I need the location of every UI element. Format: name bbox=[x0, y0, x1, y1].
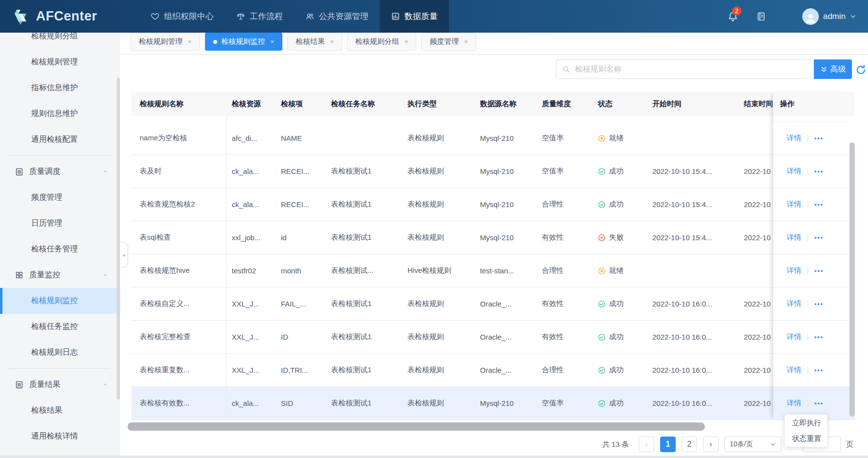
cell-task: 表检核测试1 bbox=[326, 200, 403, 209]
more-actions-button[interactable]: ••• bbox=[814, 267, 824, 274]
sidebar-item-检核规则管理[interactable]: 检核规则管理 bbox=[0, 49, 120, 75]
detail-link[interactable]: 详情 bbox=[787, 266, 801, 275]
sidebar-item-日历管理[interactable]: 日历管理 bbox=[0, 210, 120, 236]
tab-label: 检核规则分组 bbox=[355, 37, 399, 46]
cell-dimension: 合理性 bbox=[537, 365, 593, 375]
refresh-icon[interactable] bbox=[855, 64, 867, 76]
tab-检核结果[interactable]: 检核结果× bbox=[287, 33, 342, 51]
tab-close-icon[interactable]: × bbox=[330, 38, 334, 45]
sidebar-item-质量监控[interactable]: 质量监控 bbox=[0, 262, 120, 288]
nav-item-数据质量[interactable]: 数据质量 bbox=[380, 0, 449, 33]
notifications-button[interactable]: 2 bbox=[727, 11, 739, 22]
sidebar-item-检核规则监控[interactable]: 检核规则监控 bbox=[0, 288, 120, 314]
next-page-button[interactable]: › bbox=[703, 437, 719, 452]
sidebar-item-检核任务管理[interactable]: 检核任务管理 bbox=[0, 236, 120, 262]
sidebar-item-频度管理[interactable]: 频度管理 bbox=[0, 185, 120, 210]
detail-link[interactable]: 详情 bbox=[787, 299, 801, 308]
advanced-search-button[interactable]: 高级 bbox=[814, 59, 852, 79]
cell-item: id bbox=[276, 233, 326, 242]
more-actions-button[interactable]: ••• bbox=[814, 234, 824, 241]
table-row[interactable]: 表sql检查xxl_job...id表检核测试1表检核规则Mysql-210有效… bbox=[131, 221, 855, 254]
chevron-down-icon bbox=[770, 441, 776, 447]
sidebar-item-指标信息维护[interactable]: 指标信息维护 bbox=[0, 75, 120, 101]
tab-label: 频度管理 bbox=[429, 37, 459, 46]
tab-close-icon[interactable]: × bbox=[405, 38, 408, 45]
doclines-icon bbox=[15, 167, 24, 176]
detail-link[interactable]: 详情 bbox=[787, 399, 801, 408]
bottom-edge-strip bbox=[0, 456, 868, 458]
status-success-icon: 成功 bbox=[598, 200, 647, 209]
sidebar-item-通用检核详情[interactable]: 通用检核详情 bbox=[0, 423, 120, 449]
sidebar-collapse-handle[interactable]: ◂ bbox=[120, 242, 128, 267]
cell-status: 成功 bbox=[593, 399, 647, 408]
sidebar-scrollbar-thumb[interactable] bbox=[117, 78, 120, 400]
status-success-icon: 成功 bbox=[598, 399, 647, 408]
detail-link[interactable]: 详情 bbox=[787, 365, 801, 375]
sidebar-item-检核结果[interactable]: 检核结果 bbox=[0, 398, 120, 423]
sidebar-item-检核任务监控[interactable]: 检核任务监控 bbox=[0, 314, 120, 340]
page-button-1[interactable]: 1 bbox=[660, 437, 676, 452]
context-menu-item-状态重置[interactable]: 状态重置 bbox=[785, 431, 827, 446]
table-row[interactable]: 表检核重复数...XXL_J...ID,TRI...表检核测试1表检核规则Ora… bbox=[131, 354, 855, 387]
tab-检核规则分组[interactable]: 检核规则分组× bbox=[347, 33, 417, 51]
tab-close-icon[interactable]: × bbox=[188, 38, 192, 45]
sidebar-item-通用检核配置[interactable]: 通用检核配置 bbox=[0, 127, 120, 153]
action-divider bbox=[808, 234, 808, 241]
sidebar-item-规则信息维护[interactable]: 规则信息维护 bbox=[0, 101, 120, 127]
more-actions-button[interactable]: ••• bbox=[814, 301, 824, 307]
detail-link[interactable]: 详情 bbox=[787, 200, 801, 209]
cell-name: 表sql检查 bbox=[131, 221, 227, 254]
document-log-button[interactable] bbox=[756, 11, 766, 21]
vertical-scrollbar-thumb[interactable] bbox=[850, 142, 855, 417]
table-header-row: 检核规则名称检核资源检核项检核任务名称执行类型数据源名称质量维度状态开始时间结束… bbox=[131, 92, 855, 116]
search-input[interactable] bbox=[556, 59, 814, 79]
sidebar-item-检核规则日志[interactable]: 检核规则日志 bbox=[0, 340, 120, 365]
nav-item-公共资源管理[interactable]: 公共资源管理 bbox=[294, 0, 380, 33]
cell-resource: testfr02 bbox=[227, 267, 276, 275]
sidebar: 检核规则分组检核规则管理指标信息维护规则信息维护通用检核配置质量调度频度管理日历… bbox=[0, 33, 120, 458]
sidebar-item-质量结果[interactable]: 质量结果 bbox=[0, 372, 120, 398]
more-actions-button[interactable]: ••• bbox=[814, 367, 824, 374]
table-row[interactable]: name为空检核afc_di...NAME表检核规则Mysql-210空值率就绪 bbox=[131, 122, 855, 155]
table-row[interactable]: 表及时ck_ala...RECEI...表检核测试1表检核规则Mysql-210… bbox=[131, 155, 855, 188]
sidebar-item-label: 检核结果 bbox=[31, 405, 62, 416]
more-actions-button[interactable]: ••• bbox=[814, 400, 824, 407]
cell-exec: Hive检核规则 bbox=[403, 266, 475, 275]
table-row[interactable]: 表检查规范检核2ck_ala...RECEI...表检核测试1表检核规则Mysq… bbox=[131, 188, 855, 221]
table-row[interactable]: 表检核规范hivetestfr02month表检核测试...Hive检核规则te… bbox=[131, 254, 855, 287]
cell-dimension: 有效性 bbox=[537, 233, 593, 242]
tab-close-icon[interactable]: × bbox=[271, 38, 275, 45]
sidebar-item-label: 质量结果 bbox=[29, 380, 60, 390]
context-menu-item-立即执行[interactable]: 立即执行 bbox=[785, 415, 827, 431]
more-actions-button[interactable]: ••• bbox=[814, 334, 824, 341]
page-button-2[interactable]: 2 bbox=[682, 437, 697, 452]
tab-close-icon[interactable]: × bbox=[464, 38, 468, 45]
more-actions-button[interactable]: ••• bbox=[814, 201, 824, 208]
nav-item-工作流程[interactable]: 工作流程 bbox=[225, 0, 294, 33]
user-menu[interactable]: admin bbox=[802, 8, 856, 25]
tab-频度管理[interactable]: 频度管理× bbox=[421, 33, 476, 51]
more-actions-button[interactable]: ••• bbox=[814, 168, 824, 175]
prev-page-button[interactable]: ‹ bbox=[639, 437, 654, 452]
sidebar-item-检核规则分组[interactable]: 检核规则分组 bbox=[0, 33, 120, 49]
table-row[interactable]: 表检核自定义...XXL_J...FAIL_...表检核测试1表检核规则Orac… bbox=[131, 287, 855, 321]
table-row[interactable]: 表检核有效数...ck_ala...SID表检核测试1表检核规则Mysql-21… bbox=[131, 387, 855, 420]
detail-link[interactable]: 详情 bbox=[787, 167, 801, 176]
nav-item-组织权限中心[interactable]: 组织权限中心 bbox=[139, 0, 225, 33]
tab-检核规则监控[interactable]: 检核规则监控× bbox=[205, 33, 283, 51]
more-actions-button[interactable]: ••• bbox=[814, 135, 824, 142]
horizontal-scrollbar-thumb[interactable] bbox=[128, 422, 705, 431]
cell-item: ID bbox=[276, 333, 326, 341]
cell-item: RECEI... bbox=[276, 167, 326, 175]
sidebar-item-质量调度[interactable]: 质量调度 bbox=[0, 159, 120, 185]
advanced-label: 高级 bbox=[831, 64, 846, 75]
cell-start: 2022-10-10 15:4... bbox=[647, 167, 739, 175]
detail-link[interactable]: 详情 bbox=[787, 332, 801, 342]
table-row[interactable]: 表检核完整检查XXL_J...ID表检核测试1表检核规则Oracle_...有效… bbox=[131, 321, 855, 354]
detail-link[interactable]: 详情 bbox=[787, 233, 801, 242]
tab-检核规则管理[interactable]: 检核规则管理× bbox=[130, 33, 200, 51]
page-size-select[interactable]: 10条/页 bbox=[724, 437, 781, 452]
cell-dimension: 有效性 bbox=[537, 299, 593, 308]
cell-task: 表检核测试1 bbox=[326, 399, 403, 408]
detail-link[interactable]: 详情 bbox=[787, 134, 801, 143]
